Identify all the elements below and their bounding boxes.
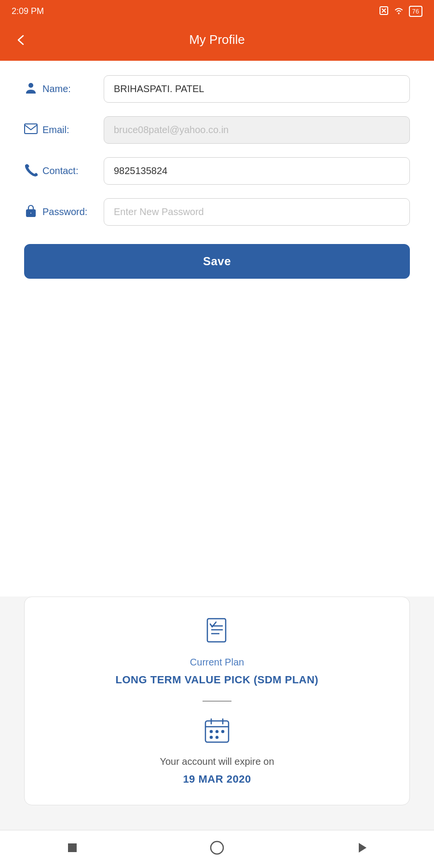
- plan-checklist-icon: [203, 616, 231, 649]
- name-field-row: Name:: [24, 75, 410, 103]
- email-field-row: Email:: [24, 116, 410, 144]
- svg-point-20: [216, 736, 218, 738]
- plan-divider: [203, 701, 231, 702]
- password-input[interactable]: [104, 198, 410, 226]
- svg-point-19: [210, 736, 212, 738]
- page-title: My Profile: [189, 32, 245, 47]
- status-icons: 76: [379, 6, 422, 17]
- svg-marker-23: [359, 843, 366, 853]
- name-label: Name:: [24, 81, 104, 97]
- current-plan-label: Current Plan: [190, 657, 244, 668]
- svg-point-4: [28, 83, 33, 88]
- svg-rect-5: [25, 124, 37, 134]
- svg-point-3: [398, 13, 399, 14]
- close-icon: [379, 6, 389, 17]
- contact-field-row: Contact:: [24, 157, 410, 185]
- battery-icon: 76: [409, 6, 422, 17]
- svg-point-18: [222, 731, 224, 732]
- wifi-icon: [393, 6, 404, 16]
- save-button[interactable]: Save: [24, 244, 410, 279]
- contact-label: Contact:: [24, 163, 104, 179]
- back-nav-button[interactable]: [208, 839, 226, 856]
- bottom-nav: [0, 830, 434, 868]
- home-button[interactable]: [64, 839, 81, 856]
- email-input[interactable]: [104, 116, 410, 144]
- svg-point-16: [210, 731, 212, 732]
- person-icon: [24, 81, 38, 97]
- plan-name: LONG TERM VALUE PICK (SDM PLAN): [116, 674, 319, 686]
- phone-icon: [24, 163, 38, 179]
- svg-point-7: [30, 212, 32, 214]
- email-icon: [24, 122, 38, 138]
- app-header: My Profile: [0, 23, 434, 61]
- content-area: Name: Email: Contact:: [0, 61, 434, 597]
- contact-input[interactable]: [104, 157, 410, 185]
- status-time: 2:09 PM: [12, 6, 44, 16]
- password-field-row: Password:: [24, 198, 410, 226]
- svg-point-17: [216, 731, 218, 732]
- email-label: Email:: [24, 122, 104, 138]
- svg-rect-21: [68, 843, 77, 852]
- svg-point-22: [211, 841, 223, 854]
- recent-apps-button[interactable]: [353, 839, 370, 856]
- calendar-icon: [203, 716, 231, 748]
- name-input[interactable]: [104, 75, 410, 103]
- status-bar: 2:09 PM 76: [0, 0, 434, 23]
- expire-text: Your account will expire on: [160, 756, 274, 767]
- expire-date: 19 MAR 2020: [183, 773, 251, 786]
- lock-icon: [24, 204, 38, 220]
- back-button[interactable]: [14, 33, 28, 47]
- password-label: Password:: [24, 204, 104, 220]
- plan-card: Current Plan LONG TERM VALUE PICK (SDM P…: [24, 597, 410, 805]
